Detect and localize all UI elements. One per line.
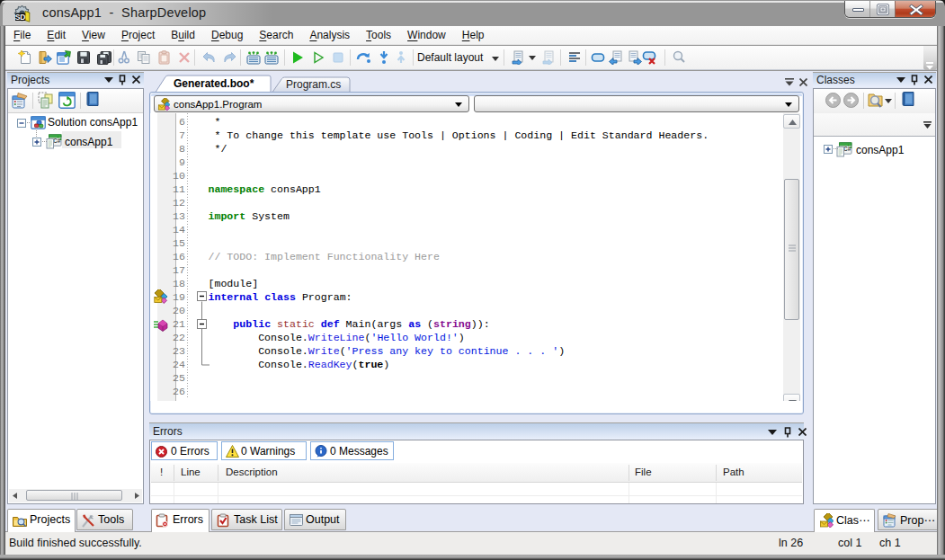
svg-text:C#: C# (843, 146, 851, 152)
svg-text:SD: SD (15, 13, 26, 22)
svg-text:C#: C# (53, 138, 61, 144)
